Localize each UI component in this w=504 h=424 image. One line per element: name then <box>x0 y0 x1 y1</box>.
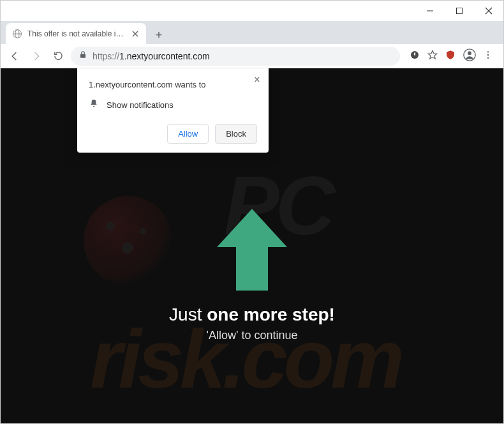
tab-title: This offer is not available in your <box>27 29 126 38</box>
extension-icon[interactable] <box>409 49 420 63</box>
bookmark-star-icon[interactable] <box>427 49 438 63</box>
new-tab-button[interactable]: + <box>150 26 168 44</box>
svg-point-13 <box>487 51 489 52</box>
url-text: https://1.nextyourcontent.com <box>93 51 210 61</box>
browser-toolbar: https://1.nextyourcontent.com <box>1 44 503 68</box>
up-arrow-icon <box>217 209 287 292</box>
tab-bar: This offer is not available in your + <box>1 21 503 44</box>
profile-avatar-icon[interactable] <box>463 48 477 64</box>
svg-point-14 <box>487 54 489 55</box>
extension-ublock-icon[interactable] <box>445 49 456 63</box>
allow-button[interactable]: Allow <box>167 124 209 144</box>
close-window-button[interactable] <box>474 1 503 21</box>
reload-button[interactable] <box>49 47 67 65</box>
svg-point-15 <box>487 57 489 58</box>
prompt-permission-label: Show notifications <box>107 100 174 110</box>
maximize-button[interactable] <box>445 1 474 21</box>
minimize-button[interactable] <box>415 1 445 21</box>
permission-prompt: × 1.nextyourcontent.com wants to Show no… <box>77 68 269 153</box>
page-content: PC risk.com Just one more step! 'Allow' … <box>1 68 503 423</box>
address-bar[interactable]: https://1.nextyourcontent.com <box>71 47 400 66</box>
prompt-site-text: 1.nextyourcontent.com wants to <box>89 80 257 89</box>
block-button[interactable]: Block <box>215 124 257 144</box>
page-subline: 'Allow' to continue <box>1 329 503 342</box>
bell-icon <box>89 98 99 111</box>
browser-tab[interactable]: This offer is not available in your <box>6 23 146 44</box>
close-tab-button[interactable] <box>131 29 140 38</box>
page-headline: Just one more step! <box>1 305 503 325</box>
svg-rect-9 <box>80 54 85 57</box>
back-button[interactable] <box>6 47 24 65</box>
prompt-close-button[interactable]: × <box>252 75 262 85</box>
svg-point-12 <box>468 51 471 55</box>
window-titlebar <box>1 1 503 21</box>
kebab-menu-icon[interactable] <box>483 50 493 63</box>
globe-icon <box>12 29 22 39</box>
svg-rect-1 <box>457 8 463 14</box>
page-center: Just one more step! 'Allow' to continue <box>1 209 503 342</box>
lock-icon <box>78 50 87 62</box>
forward-button[interactable] <box>27 47 45 65</box>
